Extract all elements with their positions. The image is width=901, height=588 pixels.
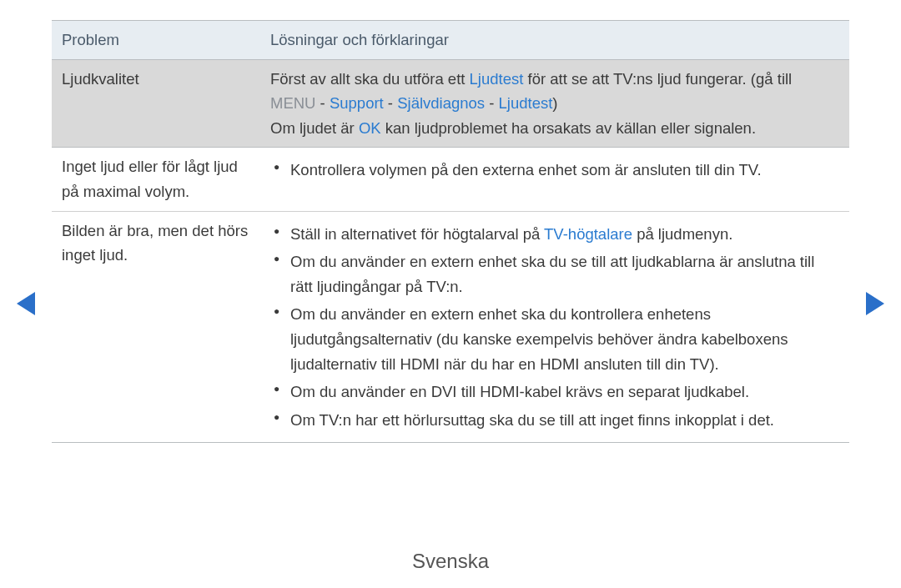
menu-path-support: Support (330, 94, 384, 112)
manual-page: Problem Lösningar och förklaringar Ljudk… (0, 0, 901, 588)
list-item: Om du använder en extern enhet ska du se… (270, 249, 839, 299)
solution-menu-path: MENU - Support - Självdiagnos - Ljudtest… (270, 91, 839, 116)
row-picture-ok-no-sound: Bilden är bra, men det hörs inget ljud. … (52, 211, 849, 443)
problem-cell: Inget ljud eller för lågt ljud på maxima… (52, 148, 260, 211)
highlight-ok: OK (359, 119, 381, 137)
text: för att se att TV:ns ljud fungerar. (gå … (523, 70, 792, 88)
problem-cell: Bilden är bra, men det hörs inget ljud. (52, 211, 260, 443)
next-page-arrow-icon[interactable] (866, 292, 884, 315)
bullet-list: Ställ in alternativet för högtalarval på… (270, 222, 839, 433)
sep: - (384, 94, 397, 112)
text: Ställ in alternativet för högtalarval på (290, 225, 544, 243)
sep: - (315, 94, 329, 112)
content-area: Problem Lösningar och förklaringar Ljudk… (52, 20, 849, 443)
row-sound-quality: Ljudkvalitet Först av allt ska du utföra… (52, 59, 849, 148)
list-item: Ställ in alternativet för högtalarval på… (270, 222, 839, 247)
text: ) (552, 94, 557, 112)
bullet-list: Kontrollera volymen på den externa enhet… (270, 158, 839, 183)
sep: - (485, 94, 498, 112)
solution-cell: Först av allt ska du utföra ett Ljudtest… (260, 59, 849, 148)
solution-line-3: Om ljudet är OK kan ljudproblemet ha ors… (270, 116, 839, 141)
row-no-sound: Inget ljud eller för lågt ljud på maxima… (52, 148, 849, 211)
menu-path-soundtest: Ljudtest (499, 94, 553, 112)
header-problem: Problem (52, 21, 260, 60)
table-header-row: Problem Lösningar och förklaringar (52, 21, 849, 60)
list-item: Om du använder en DVI till HDMI-kabel kr… (270, 379, 839, 405)
list-item: Om du använder en extern enhet ska du ko… (270, 302, 839, 376)
highlight-tv-speaker: TV-högtalare (544, 225, 632, 243)
footer-language: Svenska (0, 550, 901, 573)
header-solution: Lösningar och förklaringar (260, 21, 849, 60)
prev-page-arrow-icon[interactable] (17, 292, 35, 315)
text: på ljudmenyn. (632, 225, 732, 243)
problem-cell: Ljudkvalitet (52, 59, 260, 148)
text: kan ljudproblemet ha orsakats av källan … (381, 119, 756, 137)
list-item: Kontrollera volymen på den externa enhet… (270, 158, 839, 183)
solution-line-1: Först av allt ska du utföra ett Ljudtest… (270, 67, 839, 92)
text: Om ljudet är (270, 119, 359, 137)
solution-cell: Kontrollera volymen på den externa enhet… (260, 148, 849, 211)
menu-path-diagnosis: Självdiagnos (397, 94, 485, 112)
list-item: Om TV:n har ett hörlursuttag ska du se t… (270, 408, 839, 433)
text: Först av allt ska du utföra ett (270, 70, 470, 88)
menu-path-menu: MENU (270, 94, 315, 112)
solution-cell: Ställ in alternativet för högtalarval på… (260, 211, 849, 443)
highlight-soundtest: Ljudtest (470, 70, 524, 88)
troubleshoot-table: Problem Lösningar och förklaringar Ljudk… (52, 20, 849, 443)
